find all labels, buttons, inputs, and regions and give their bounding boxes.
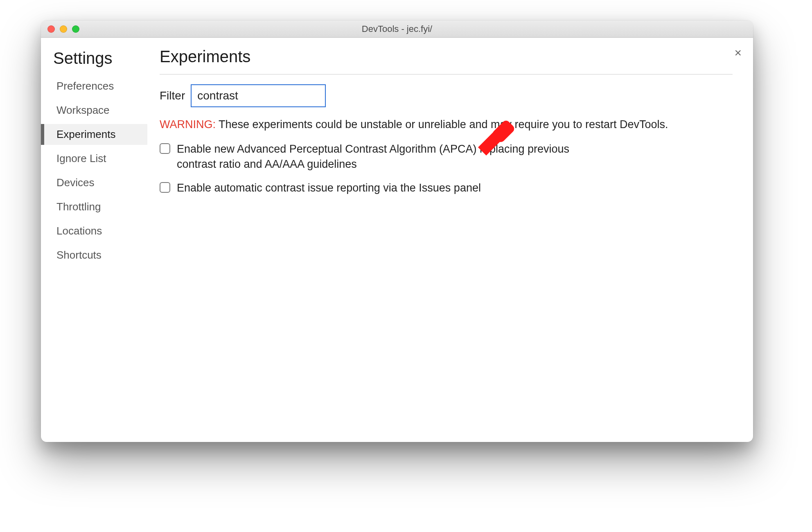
devtools-window: DevTools - jec.fyi/ × Settings Preferenc…: [41, 20, 753, 442]
filter-label: Filter: [160, 89, 185, 102]
filter-input[interactable]: [191, 84, 326, 107]
experiment-label[interactable]: Enable automatic contrast issue reportin…: [177, 180, 481, 195]
experiment-row: Enable automatic contrast issue reportin…: [160, 180, 602, 195]
experiment-label[interactable]: Enable new Advanced Perceptual Contrast …: [177, 142, 602, 171]
sidebar-item-ignore-list[interactable]: Ignore List: [41, 148, 147, 169]
warning-tag: WARNING:: [160, 118, 216, 131]
titlebar: DevTools - jec.fyi/: [41, 20, 753, 38]
sidebar-item-preferences[interactable]: Preferences: [41, 76, 147, 97]
sidebar-item-shortcuts[interactable]: Shortcuts: [41, 245, 147, 266]
experiments-warning: WARNING: These experiments could be unst…: [160, 117, 733, 132]
settings-main: Experiments Filter WARNING: These experi…: [147, 38, 753, 442]
filter-row: Filter: [160, 84, 733, 107]
sidebar-item-devices[interactable]: Devices: [41, 172, 147, 193]
warning-text: These experiments could be unstable or u…: [219, 118, 668, 131]
settings-panel: × Settings Preferences Workspace Experim…: [41, 38, 753, 442]
sidebar-heading: Settings: [41, 47, 147, 76]
main-heading: Experiments: [160, 47, 733, 74]
divider: [160, 74, 733, 74]
traffic-lights: [41, 25, 79, 33]
experiment-row: Enable new Advanced Perceptual Contrast …: [160, 142, 602, 171]
window-close-dot[interactable]: [47, 25, 55, 33]
sidebar-item-workspace[interactable]: Workspace: [41, 100, 147, 121]
settings-sidebar: Settings Preferences Workspace Experimen…: [41, 38, 147, 442]
sidebar-item-experiments[interactable]: Experiments: [41, 124, 147, 145]
experiment-checkbox[interactable]: [160, 182, 170, 193]
window-zoom-dot[interactable]: [72, 25, 79, 33]
window-title: DevTools - jec.fyi/: [41, 24, 753, 34]
window-minimize-dot[interactable]: [60, 25, 67, 33]
sidebar-item-throttling[interactable]: Throttling: [41, 196, 147, 217]
experiment-checkbox[interactable]: [160, 143, 170, 154]
sidebar-item-locations[interactable]: Locations: [41, 221, 147, 241]
